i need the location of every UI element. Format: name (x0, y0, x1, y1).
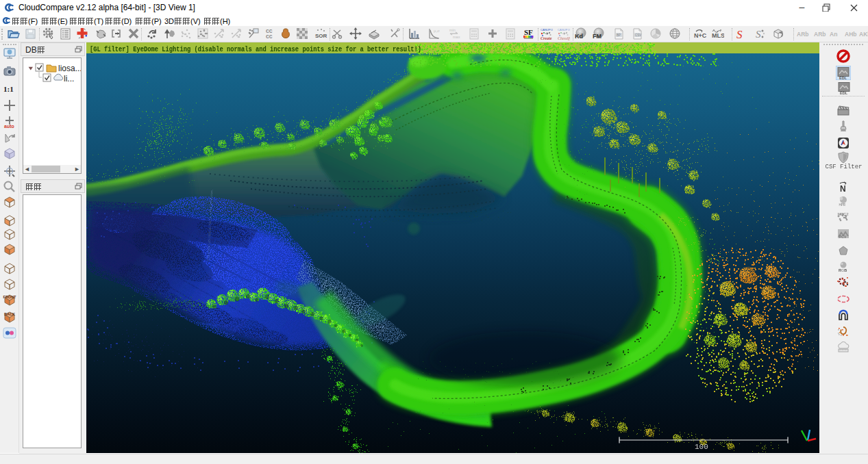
svg-text:liosa...: liosa... (58, 64, 81, 73)
svg-text:EDL: EDL (840, 91, 848, 95)
svg-text:CANUPO: CANUPO (558, 28, 570, 31)
svg-text:ARb: ARb (797, 31, 808, 38)
svg-text:Classify: Classify (558, 36, 570, 40)
svg-text:N: N (840, 184, 846, 194)
svg-text:S: S (736, 28, 743, 40)
svg-text:AHb: AHb (845, 31, 856, 38)
svg-text:AKb: AKb (859, 31, 868, 38)
svg-text:μ,σ: μ,σ (434, 29, 440, 33)
svg-text:li...: li... (64, 74, 74, 83)
svg-text:EDL: EDL (839, 76, 847, 80)
svg-text:100: 100 (695, 443, 708, 451)
svg-text:CC: CC (266, 34, 273, 40)
svg-text:SF: SF (524, 28, 533, 36)
svg-text:BACK: BACK (4, 312, 15, 316)
svg-text:PCV: PCV (839, 235, 847, 239)
svg-text:max: max (453, 35, 460, 39)
svg-text:min: min (449, 28, 456, 32)
svg-text:SOR: SOR (315, 33, 327, 39)
svg-text:[GL filter] EyeDome Lighting (: [GL filter] EyeDome Lighting (disable no… (90, 45, 421, 53)
svg-text:MLS: MLS (712, 32, 724, 39)
svg-text:N+C: N+C (694, 32, 706, 39)
svg-text:Kd: Kd (575, 33, 583, 40)
svg-text:FRONT: FRONT (3, 295, 16, 299)
svg-text:CANUPO: CANUPO (541, 28, 553, 31)
svg-text:CSV: CSV (635, 34, 641, 37)
svg-text:auto: auto (4, 124, 14, 129)
svg-text:BP: BP (617, 34, 621, 37)
svg-text:ARb: ARb (814, 31, 826, 38)
svg-text:Create: Create (541, 36, 552, 40)
svg-text:1:1: 1:1 (3, 85, 14, 93)
svg-text:FM: FM (593, 33, 602, 40)
svg-text:S: S (756, 29, 761, 40)
svg-text:HPR: HPR (839, 203, 846, 207)
svg-text:An: An (830, 31, 837, 38)
svg-text:RGB: RGB (839, 268, 847, 272)
